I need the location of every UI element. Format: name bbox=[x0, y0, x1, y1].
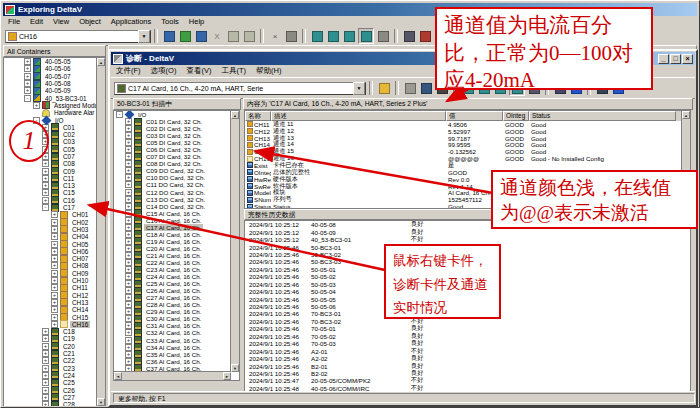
expand-toggle[interactable]: + bbox=[42, 168, 49, 175]
expand-toggle[interactable]: + bbox=[42, 379, 49, 386]
menu-item[interactable]: 查看(V) bbox=[181, 66, 216, 76]
tree-item-C20[interactable]: +C20 AI Card, 16 Ch. bbox=[114, 245, 231, 252]
expand-toggle[interactable]: + bbox=[125, 337, 132, 344]
expand-toggle[interactable]: + bbox=[51, 241, 58, 248]
card-tree-scrollbar[interactable]: ▲ ▼ bbox=[230, 111, 239, 372]
tree-item-C28[interactable]: +C28 AI Card, 16 Ch. bbox=[114, 301, 231, 308]
combo-dropdown-button[interactable]: ▼ bbox=[353, 82, 365, 95]
close-button[interactable]: × bbox=[682, 54, 693, 64]
menu-item[interactable]: Tools bbox=[156, 17, 184, 26]
tree-item-CH10[interactable]: +CH10 bbox=[4, 277, 97, 284]
expand-toggle[interactable]: + bbox=[51, 299, 58, 306]
combo-dropdown-button[interactable]: ▼ bbox=[138, 30, 150, 43]
menu-item[interactable]: Applications bbox=[106, 17, 156, 26]
expand-toggle[interactable]: + bbox=[125, 231, 132, 238]
view-large-icons[interactable] bbox=[310, 29, 324, 43]
expand-toggle[interactable]: + bbox=[51, 211, 58, 218]
expand-toggle[interactable]: + bbox=[42, 343, 49, 350]
tree-item-40-05-08[interactable]: +40-05-08 bbox=[4, 80, 97, 87]
users-icon[interactable] bbox=[178, 29, 192, 43]
expand-toggle[interactable]: + bbox=[42, 182, 49, 189]
expand-toggle[interactable]: + bbox=[125, 329, 132, 336]
expand-toggle[interactable]: + bbox=[51, 262, 58, 269]
column-header-2[interactable]: 值 bbox=[446, 111, 503, 121]
tree-item-C16[interactable]: +C16 AI Card, 16 Ch. bbox=[114, 217, 231, 224]
expand-toggle[interactable]: + bbox=[51, 226, 58, 233]
tree-item-CH04[interactable]: +CH04 bbox=[4, 233, 97, 240]
expand-toggle[interactable]: + bbox=[125, 259, 132, 266]
tree-item-C11[interactable]: +C11 DO Card, 32 Ch. bbox=[114, 181, 231, 188]
expand-toggle[interactable]: + bbox=[125, 245, 132, 252]
expand-toggle[interactable]: + bbox=[125, 174, 132, 181]
expand-toggle[interactable]: + bbox=[125, 146, 132, 153]
expand-toggle[interactable]: + bbox=[42, 357, 49, 364]
tree-item-C17[interactable]: +C17 AI Card, 16 Ch. bbox=[114, 224, 231, 231]
tree-item-C32[interactable]: +C32 AI Card, 16 Ch. bbox=[114, 329, 231, 336]
expand-toggle[interactable]: + bbox=[125, 322, 132, 329]
tree-item-C21[interactable]: +C21 AI Card, 16 Ch. bbox=[114, 252, 231, 259]
expand-toggle[interactable]: + bbox=[125, 181, 132, 188]
tree-item-CH15[interactable]: +CH15 bbox=[4, 313, 97, 320]
expand-toggle[interactable]: + bbox=[24, 87, 31, 94]
expand-toggle[interactable]: + bbox=[51, 233, 58, 240]
tree-item-C08[interactable]: +C08 DI Card, 32 Ch. bbox=[114, 160, 231, 167]
expand-toggle[interactable]: + bbox=[125, 351, 132, 358]
tree-item-CH08[interactable]: +CH08 bbox=[4, 262, 97, 269]
tree-item-CH06[interactable]: +CH06 bbox=[4, 248, 97, 255]
rename-icon[interactable] bbox=[284, 29, 298, 43]
save-icon[interactable] bbox=[419, 81, 433, 95]
tree-item-C34[interactable]: +C34 AI Card, 16 Ch. bbox=[114, 344, 231, 351]
menu-item[interactable]: Help bbox=[184, 17, 209, 26]
tree-item-C06[interactable]: +C06 DI Card, 32 Ch. bbox=[114, 146, 231, 153]
menu-item[interactable]: 选项(O) bbox=[146, 66, 182, 76]
view-details-icon[interactable] bbox=[358, 28, 374, 44]
tree-item-C30[interactable]: +C30 AI Card, 16 Ch. bbox=[114, 315, 231, 322]
expand-toggle[interactable]: + bbox=[42, 350, 49, 357]
tree-item-CH12[interactable]: +CH12 bbox=[4, 292, 97, 299]
expand-toggle[interactable]: + bbox=[125, 315, 132, 322]
tree-item-C33[interactable]: +C33 AI Card, 16 Ch. bbox=[114, 337, 231, 344]
menu-item[interactable]: File bbox=[3, 17, 25, 26]
card-combo[interactable]: C17 AI Card, 16 Ch., 4-20 mA, HART, Seri… bbox=[114, 82, 366, 95]
tree-item-C29[interactable]: +C29 AI Card, 16 Ch. bbox=[114, 308, 231, 315]
folder-open-icon[interactable] bbox=[377, 81, 391, 95]
expand-toggle[interactable]: - bbox=[24, 95, 31, 102]
expand-toggle[interactable]: + bbox=[51, 248, 58, 255]
tree-item-40-05-07[interactable]: +40-05-07 bbox=[4, 73, 97, 80]
expand-toggle[interactable]: + bbox=[24, 73, 31, 80]
tree-item-C14[interactable]: +C14 DO Card, 32 Ch. bbox=[114, 203, 231, 210]
copy-icon[interactable] bbox=[226, 29, 240, 43]
expand-toggle[interactable]: + bbox=[33, 102, 40, 109]
tree-item-C27[interactable]: +C27 AI Card, 16 Ch. bbox=[114, 294, 231, 301]
expand-toggle[interactable]: + bbox=[125, 196, 132, 203]
tree-item-CH14[interactable]: +CH14 bbox=[4, 306, 97, 313]
delete-icon[interactable]: × bbox=[268, 29, 282, 43]
card-tree-hscrollbar[interactable]: ◄ ► bbox=[114, 371, 231, 380]
expand-toggle[interactable]: + bbox=[125, 273, 132, 280]
expand-toggle[interactable]: + bbox=[42, 175, 49, 182]
expand-toggle[interactable]: + bbox=[42, 335, 49, 342]
expand-toggle[interactable]: + bbox=[51, 277, 58, 284]
menu-item[interactable]: Edit bbox=[25, 17, 48, 26]
expand-toggle[interactable]: + bbox=[24, 65, 31, 72]
expand-toggle[interactable]: + bbox=[42, 394, 49, 401]
tree-item-CH03[interactable]: +CH03 bbox=[4, 226, 97, 233]
menu-item[interactable]: View bbox=[48, 17, 74, 26]
tree-item-C25[interactable]: +C25 AI Card, 16 Ch. bbox=[114, 280, 231, 287]
tree-item-C26[interactable]: +C26 AI Card, 16 Ch. bbox=[114, 287, 231, 294]
maximize-button[interactable]: □ bbox=[670, 54, 681, 64]
tree-item-C03[interactable]: +C03 DI Card, 32 Ch. bbox=[114, 132, 231, 139]
scroll-up-icon[interactable]: ▲ bbox=[231, 111, 239, 119]
expand-toggle[interactable]: + bbox=[42, 197, 49, 204]
expand-toggle[interactable]: + bbox=[125, 210, 132, 217]
tree-item-40_53-BC3-01[interactable]: -40_53-BC3-01 bbox=[4, 94, 97, 101]
tree-scrollbar[interactable]: ▲ ▼ bbox=[96, 58, 105, 406]
expand-toggle[interactable]: + bbox=[51, 284, 58, 291]
tree-item-CH09[interactable]: +CH09 bbox=[4, 270, 97, 277]
expand-toggle[interactable]: + bbox=[51, 314, 58, 321]
expand-toggle[interactable]: + bbox=[125, 224, 132, 231]
tree-item-I/O[interactable]: -I/O bbox=[114, 111, 231, 118]
expand-toggle[interactable]: + bbox=[24, 80, 31, 87]
expand-toggle[interactable]: + bbox=[42, 328, 49, 335]
tree-item-C05[interactable]: +C05 DI Card, 32 Ch. bbox=[114, 139, 231, 146]
